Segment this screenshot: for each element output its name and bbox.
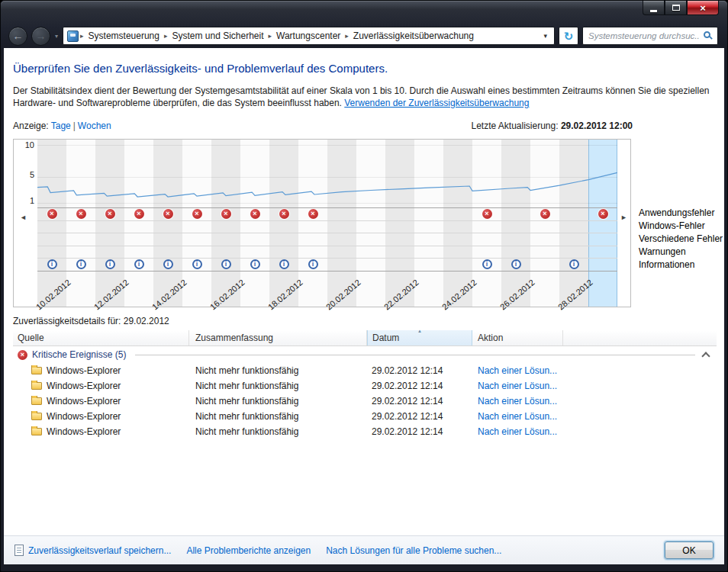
address-bar[interactable]: ▸Systemsteuerung▸System und Sicherheit▸W… bbox=[63, 27, 555, 45]
recent-pages-dropdown-icon[interactable]: ▾ bbox=[54, 33, 59, 40]
column-header-zusammenfassung[interactable]: Zusammenfassung bbox=[189, 330, 367, 345]
chart-row-label: Warnungen bbox=[639, 246, 724, 259]
cell-action: Nach einer Lösun... bbox=[472, 396, 563, 407]
event-row[interactable]: Windows-ExplorerNicht mehr funktionsfähi… bbox=[13, 424, 717, 439]
search-input[interactable] bbox=[583, 27, 717, 44]
information-event-icon[interactable]: i bbox=[308, 259, 318, 269]
critical-event-icon[interactable]: × bbox=[598, 209, 608, 219]
column-header-aktion[interactable]: Aktion bbox=[472, 330, 563, 345]
maximize-icon bbox=[672, 5, 680, 11]
critical-event-icon[interactable]: × bbox=[47, 209, 57, 219]
details-table: Quelle Zusammenfassung ▲ Datum Aktion × … bbox=[13, 330, 717, 439]
column-header-label: Zusammenfassung bbox=[195, 333, 273, 343]
main-content: Überprüfen Sie den Zuverlässigkeits- und… bbox=[4, 48, 724, 535]
chart-row-separator bbox=[37, 271, 617, 272]
view-weeks-link[interactable]: Wochen bbox=[78, 121, 111, 131]
help-link[interactable]: Verwenden der Zuverlässigkeitsüberwachun… bbox=[344, 98, 529, 108]
solution-link[interactable]: Nach einer Lösun... bbox=[478, 411, 557, 422]
column-header-datum[interactable]: ▲ Datum bbox=[367, 330, 472, 345]
solution-link[interactable]: Nach einer Lösun... bbox=[478, 365, 557, 376]
ok-button[interactable]: OK bbox=[665, 541, 714, 559]
solution-link[interactable]: Nach einer Lösun... bbox=[478, 426, 557, 437]
critical-event-icon[interactable]: × bbox=[279, 209, 289, 219]
forward-button[interactable]: → bbox=[31, 27, 50, 46]
solution-link[interactable]: Nach einer Lösun... bbox=[478, 381, 557, 391]
chart-row-separator bbox=[37, 207, 617, 208]
information-event-icon[interactable]: i bbox=[569, 259, 579, 269]
solution-link[interactable]: Nach einer Lösun... bbox=[478, 396, 557, 407]
details-title: Zuverlässigkeitsdetails für: 29.02.2012 bbox=[13, 316, 724, 326]
information-event-icon[interactable]: i bbox=[76, 259, 86, 269]
collapse-group-icon[interactable] bbox=[701, 352, 710, 360]
back-button[interactable]: ← bbox=[8, 27, 27, 46]
save-reliability-history-link[interactable]: Zuverlässigkeitsverlauf speichern... bbox=[28, 545, 171, 556]
chart-row-label: Verschiedene Fehler bbox=[639, 233, 724, 246]
y-axis-tick-5: 5 bbox=[14, 170, 34, 179]
view-days-link[interactable]: Tage bbox=[51, 121, 71, 131]
event-date: 29.02.2012 12:14 bbox=[367, 426, 472, 437]
cell-action: Nach einer Lösun... bbox=[472, 365, 563, 376]
cell-action: Nach einer Lösun... bbox=[472, 381, 563, 391]
event-row[interactable]: Windows-ExplorerNicht mehr funktionsfähi… bbox=[13, 378, 717, 394]
cell-action: Nach einer Lösun... bbox=[472, 411, 563, 422]
view-label: Anzeige: bbox=[13, 121, 49, 131]
table-header: Quelle Zusammenfassung ▲ Datum Aktion bbox=[13, 330, 717, 346]
footer: Zuverlässigkeitsverlauf speichern... All… bbox=[4, 535, 724, 564]
breadcrumb-separator-icon: ▸ bbox=[163, 32, 169, 40]
critical-events-group-row[interactable]: × Kritische Ereignisse (5) bbox=[13, 346, 717, 363]
critical-event-icon[interactable]: × bbox=[192, 209, 202, 219]
chart-row-separator bbox=[37, 258, 617, 259]
information-event-icon[interactable]: i bbox=[134, 259, 144, 269]
breadcrumb-item[interactable]: Wartungscenter bbox=[273, 31, 343, 41]
critical-event-icon[interactable]: × bbox=[308, 209, 318, 219]
event-row[interactable]: Windows-ExplorerNicht mehr funktionsfähi… bbox=[13, 409, 717, 424]
address-dropdown-icon[interactable]: ▾ bbox=[540, 32, 550, 40]
search-icon bbox=[704, 31, 710, 38]
information-event-icon[interactable]: i bbox=[511, 259, 521, 269]
last-update-label: Letzte Aktualisierung: bbox=[471, 121, 558, 131]
stability-index-line bbox=[37, 140, 617, 207]
refresh-button[interactable]: ↻ bbox=[559, 27, 578, 45]
search-box bbox=[582, 27, 718, 45]
breadcrumb-item[interactable]: System und Sicherheit bbox=[169, 31, 266, 41]
breadcrumb-item[interactable]: Zuverlässigkeitsüberwachung bbox=[350, 31, 477, 41]
maximize-button[interactable] bbox=[665, 1, 687, 15]
information-event-icon[interactable]: i bbox=[250, 259, 260, 269]
chart-box: 10 5 1 ◄ ×××××××××××××iiiiiiiiiiiii10.02… bbox=[13, 139, 631, 307]
event-row[interactable]: Windows-ExplorerNicht mehr funktionsfähi… bbox=[13, 394, 717, 409]
critical-event-icon[interactable]: × bbox=[250, 209, 260, 219]
column-header-quelle[interactable]: Quelle bbox=[13, 330, 189, 345]
critical-event-icon[interactable]: × bbox=[482, 209, 492, 219]
information-event-icon[interactable]: i bbox=[482, 259, 492, 269]
information-event-icon[interactable]: i bbox=[221, 259, 231, 269]
view-all-problem-reports-link[interactable]: Alle Problemberichte anzeigen bbox=[186, 545, 311, 556]
critical-event-icon[interactable]: × bbox=[163, 209, 173, 219]
information-event-icon[interactable]: i bbox=[105, 259, 115, 269]
folder-icon bbox=[31, 367, 42, 374]
navigation-bar: ← → ▾ ▸Systemsteuerung▸System und Sicher… bbox=[1, 24, 727, 48]
critical-event-icon[interactable]: × bbox=[134, 209, 144, 219]
cell-source: Windows-Explorer bbox=[13, 396, 189, 407]
information-event-icon[interactable]: i bbox=[279, 259, 289, 269]
save-report-icon bbox=[14, 545, 24, 556]
chart-plot-area[interactable]: ×××××××××××××iiiiiiiiiiiii10.02.201212.0… bbox=[37, 140, 617, 307]
information-event-icon[interactable]: i bbox=[47, 259, 57, 269]
critical-event-icon[interactable]: × bbox=[105, 209, 115, 219]
page-title: Überprüfen Sie den Zuverlässigkeits- und… bbox=[13, 62, 712, 75]
close-button[interactable]: × bbox=[687, 1, 719, 15]
information-event-icon[interactable]: i bbox=[192, 259, 202, 269]
critical-event-icon[interactable]: × bbox=[221, 209, 231, 219]
critical-event-icon[interactable]: × bbox=[540, 209, 550, 219]
window: × ← → ▾ ▸Systemsteuerung▸System und Sich… bbox=[0, 0, 728, 572]
minimize-button[interactable] bbox=[643, 1, 665, 15]
check-solutions-link[interactable]: Nach Lösungen für alle Probleme suchen..… bbox=[326, 545, 501, 556]
information-event-icon[interactable]: i bbox=[163, 259, 173, 269]
view-options-row: Anzeige: Tage | Wochen Letzte Aktualisie… bbox=[13, 121, 633, 131]
event-row[interactable]: Windows-ExplorerNicht mehr funktionsfähi… bbox=[13, 363, 717, 378]
chart-scroll-left-button[interactable]: ◄ bbox=[20, 214, 27, 221]
chart-row-label: Informationen bbox=[639, 259, 724, 272]
critical-event-icon[interactable]: × bbox=[76, 209, 86, 219]
last-update-value: 29.02.2012 12:00 bbox=[561, 121, 633, 131]
breadcrumb-item[interactable]: Systemsteuerung bbox=[85, 31, 163, 41]
chart-scroll-right-button[interactable]: ► bbox=[620, 214, 627, 221]
